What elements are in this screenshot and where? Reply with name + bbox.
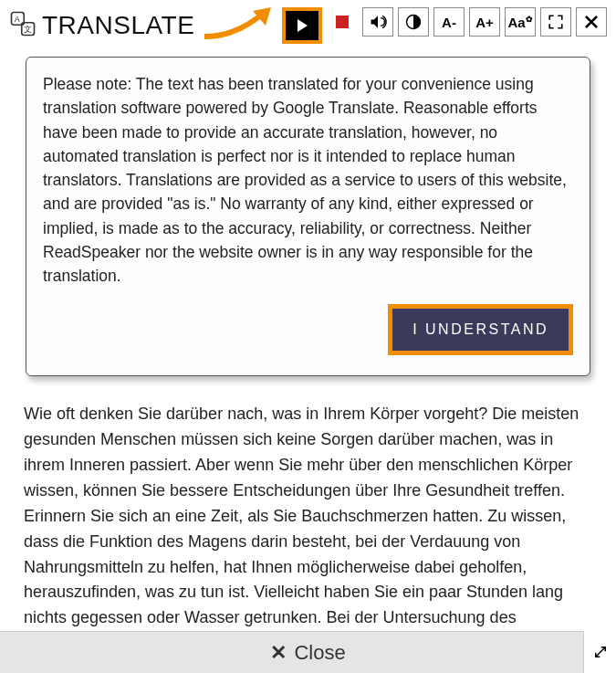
close-icon: ✕ xyxy=(270,641,287,665)
disclaimer-text: Please note: The text has been translate… xyxy=(43,72,573,288)
footer-bar: ✕ Close xyxy=(0,631,616,673)
disclaimer-actions: I UNDERSTAND xyxy=(43,304,573,355)
font-settings-button[interactable]: Aa✿ xyxy=(505,7,536,37)
title-group: A 文 TRANSLATE xyxy=(9,10,194,41)
translate-icon: A 文 xyxy=(9,10,37,41)
volume-button[interactable] xyxy=(362,7,393,37)
play-button[interactable] xyxy=(282,7,322,44)
close-button[interactable]: ✕ Close xyxy=(270,641,345,665)
page-title: TRANSLATE xyxy=(42,11,194,40)
resize-handle[interactable] xyxy=(583,631,616,673)
close-toolbar-button[interactable] xyxy=(576,7,607,37)
stop-button[interactable] xyxy=(327,7,358,37)
close-label: Close xyxy=(294,641,345,665)
content-area: Please note: The text has been translate… xyxy=(0,57,616,673)
contrast-button[interactable] xyxy=(398,7,429,37)
annotation-arrow xyxy=(200,16,277,35)
toolbar: A 文 TRANSLATE A- A+ xyxy=(0,0,616,49)
svg-rect-4 xyxy=(336,16,349,28)
disclaimer-panel: Please note: The text has been translate… xyxy=(26,57,590,376)
toolbar-buttons: A- A+ Aa✿ xyxy=(282,7,607,44)
i-understand-button[interactable]: I UNDERSTAND xyxy=(388,304,573,355)
font-increase-button[interactable]: A+ xyxy=(469,7,500,37)
font-decrease-button[interactable]: A- xyxy=(433,7,465,37)
svg-text:A: A xyxy=(15,15,20,24)
fullscreen-button[interactable] xyxy=(540,7,571,37)
svg-text:文: 文 xyxy=(24,25,32,34)
